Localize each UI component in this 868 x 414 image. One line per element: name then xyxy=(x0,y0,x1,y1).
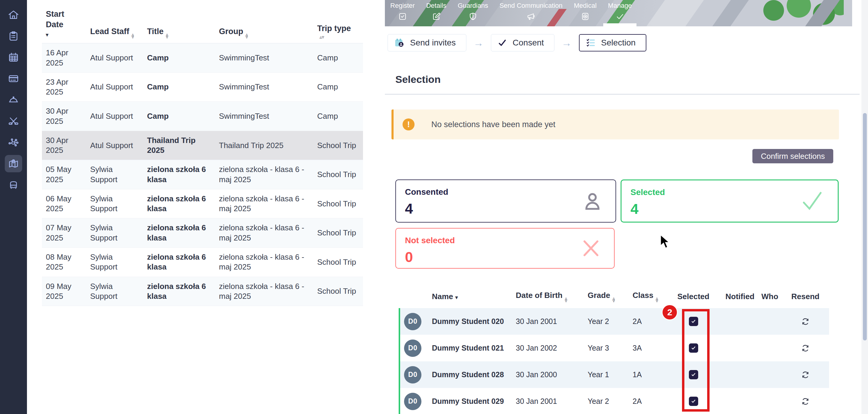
check-icon xyxy=(798,189,826,213)
step-send-invites[interactable]: Send invites xyxy=(388,34,466,51)
arrow-right-icon: → xyxy=(562,38,572,48)
student-name: Dummy Student 028 xyxy=(425,370,509,379)
students-table-header: Name ▾ Date of Birth▵▿ Grade▵▿ Class▵▿ S… xyxy=(399,285,829,308)
student-name: Dummy Student 021 xyxy=(425,344,509,352)
student-dob: 30 Jan 2002 xyxy=(509,344,581,352)
sort-icon: ▵▿ xyxy=(132,33,134,39)
trip-row[interactable]: 06 May 2025Sylwia Supportzielona szkoła … xyxy=(42,189,363,218)
sort-desc-icon: ▾ xyxy=(46,32,82,38)
sort-icon: ▵▿ xyxy=(565,297,567,303)
confirm-selections-button[interactable]: Confirm selections xyxy=(752,149,833,163)
avatar: D0 xyxy=(404,313,422,330)
student-class: 3A xyxy=(626,344,668,352)
student-grade: Year 1 xyxy=(581,370,626,379)
student-class: 2A xyxy=(626,317,668,326)
step-consent[interactable]: Consent xyxy=(491,34,554,51)
stat-label: Consented xyxy=(405,187,607,197)
annotation-badge: 2 xyxy=(662,305,677,319)
stat-value: 4 xyxy=(405,200,607,217)
tab-manage[interactable]: Manage xyxy=(607,2,633,23)
sidebar-item-payments[interactable] xyxy=(5,70,22,88)
students-table: Name ▾ Date of Birth▵▿ Grade▵▿ Class▵▿ S… xyxy=(399,285,829,414)
person-icon xyxy=(581,190,603,212)
sidebar-item-network[interactable] xyxy=(5,134,22,151)
trip-row[interactable]: 23 Apr 2025Atul SupportCampSwimmingTestC… xyxy=(42,72,363,102)
medical-doc-icon xyxy=(581,12,590,21)
student-class: 2A xyxy=(626,397,668,406)
tab-label: Details xyxy=(426,2,446,9)
sidebar-item-register[interactable] xyxy=(5,28,22,45)
col-dob[interactable]: Date of Birth▵▿ xyxy=(509,291,581,303)
col-notified: Notified xyxy=(719,292,755,301)
step-selection[interactable]: Selection xyxy=(579,34,646,51)
hockey-sticks-icon xyxy=(7,115,20,127)
tab-register[interactable]: Register xyxy=(389,2,416,23)
map-pin-icon xyxy=(7,158,20,170)
col-group[interactable]: Group▵▿ xyxy=(215,3,313,43)
warning-icon: ! xyxy=(403,118,414,130)
student-row: D0 Dummy Student 020 30 Jan 2001 Year 2 … xyxy=(400,308,829,335)
tab-guardians[interactable]: Guardians xyxy=(457,2,489,23)
col-selected: Selected xyxy=(668,292,719,301)
scrollbar-thumb[interactable] xyxy=(863,113,867,340)
trip-row[interactable]: 09 May 2025Sylwia Supportzielona szkoła … xyxy=(42,277,363,306)
x-icon xyxy=(580,237,602,260)
col-resend: Resend xyxy=(782,292,829,301)
shield-icon xyxy=(468,12,477,21)
student-name: Dummy Student 020 xyxy=(425,317,509,326)
trip-row[interactable]: 30 Apr 2025Atul SupportThailand Trip 202… xyxy=(42,131,363,160)
resend-icon[interactable] xyxy=(801,317,810,326)
sort-desc-icon: ▾ xyxy=(455,295,458,300)
trip-row[interactable]: 08 May 2025Sylwia Supportzielona szkoła … xyxy=(42,248,363,277)
student-name: Dummy Student 029 xyxy=(425,397,509,406)
trip-row[interactable]: 07 May 2025Sylwia Supportzielona szkoła … xyxy=(42,218,363,248)
edit-icon xyxy=(432,12,441,21)
trip-detail-panel: Register Details Guardians Send Communic… xyxy=(385,0,860,414)
student-grade: Year 2 xyxy=(581,317,626,326)
trips-table: Start Date▾ Lead Staff▵▿ Title▵▿ Group▵▿… xyxy=(42,3,363,306)
trip-row[interactable]: 30 Apr 2025Atul SupportCampSwimmingTestC… xyxy=(42,102,363,131)
scrollbar-track[interactable] xyxy=(861,0,868,414)
col-name[interactable]: Name ▾ xyxy=(425,292,509,301)
clipboard-icon xyxy=(7,30,20,42)
col-grade[interactable]: Grade▵▿ xyxy=(581,291,626,303)
trip-tabs: Register Details Guardians Send Communic… xyxy=(389,2,633,23)
stat-card-consented: Consented 4 xyxy=(395,179,616,222)
sidebar-item-home[interactable] xyxy=(5,6,22,24)
page-title: Selection xyxy=(395,74,441,85)
sidebar-item-meals[interactable] xyxy=(5,91,22,109)
sort-icon: ▵▿ xyxy=(166,33,168,39)
trip-row[interactable]: 05 May 2025Sylwia Supportzielona szkoła … xyxy=(42,160,363,189)
sidebar-item-calendar[interactable] xyxy=(5,49,22,66)
tab-details[interactable]: Details xyxy=(425,2,447,23)
sort-icon: ▵▿ xyxy=(319,36,359,38)
avatar: D0 xyxy=(404,366,422,383)
resend-icon[interactable] xyxy=(801,370,810,379)
warning-banner: ! No selections have been made yet xyxy=(392,109,839,139)
col-title[interactable]: Title▵▿ xyxy=(143,3,215,43)
mouse-cursor xyxy=(658,234,672,249)
col-lead-staff[interactable]: Lead Staff▵▿ xyxy=(86,3,143,43)
col-trip-type[interactable]: Trip type▵▿ xyxy=(313,3,363,43)
students-table-body: D0 Dummy Student 020 30 Jan 2001 Year 2 … xyxy=(399,308,829,414)
warning-text: No selections have been made yet xyxy=(431,120,555,129)
workflow-steps: Send invites → Consent → Selection xyxy=(388,34,646,51)
tab-send-communication[interactable]: Send Communication xyxy=(498,2,564,23)
resend-icon[interactable] xyxy=(801,344,810,353)
student-row: D0 Dummy Student 028 30 Jan 2000 Year 1 … xyxy=(400,361,829,388)
cloche-icon xyxy=(7,94,20,106)
student-grade: Year 2 xyxy=(581,397,626,406)
sidebar-item-transport[interactable] xyxy=(5,176,22,194)
col-start-date[interactable]: Start Date▾ xyxy=(42,3,86,43)
tab-label: Guardians xyxy=(458,2,488,9)
col-class[interactable]: Class▵▿ xyxy=(626,291,668,303)
tab-medical[interactable]: Medical xyxy=(573,2,598,23)
resend-icon[interactable] xyxy=(801,397,810,406)
sidebar-item-trips[interactable] xyxy=(5,155,22,172)
tab-label: Register xyxy=(390,2,415,9)
sidebar-item-sports[interactable] xyxy=(5,112,22,130)
trip-row[interactable]: 16 Apr 2025Atul SupportCampSwimmingTestC… xyxy=(42,43,363,73)
stat-card-selected: Selected 4 xyxy=(621,179,839,222)
avatar: D0 xyxy=(404,340,422,357)
student-row: D0 Dummy Student 021 30 Jan 2002 Year 3 … xyxy=(400,335,829,361)
